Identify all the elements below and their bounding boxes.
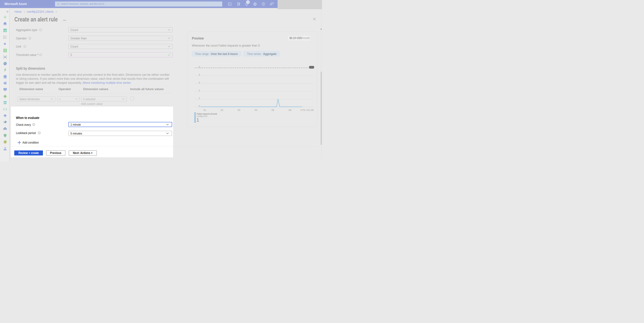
svg-text:$: $ <box>4 141 6 143</box>
svg-text:SQL: SQL <box>4 77 6 78</box>
